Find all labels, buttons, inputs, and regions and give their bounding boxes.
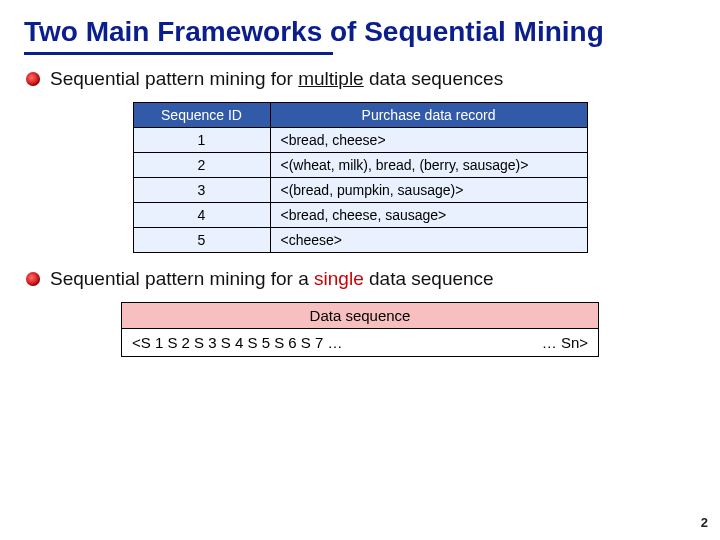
cell-rec: <bread, cheese, sausage>: [270, 202, 587, 227]
cell-rec: <(bread, pumpkin, sausage)>: [270, 177, 587, 202]
sequence-table: Sequence ID Purchase data record 1 <brea…: [133, 102, 588, 253]
cell-rec: <(wheat, milk), bread, (berry, sausage)>: [270, 152, 587, 177]
cell-rec: <cheese>: [270, 227, 587, 252]
table2-cell-right: … Sn>: [542, 334, 588, 351]
bullet-1-prefix: Sequential pattern mining for: [50, 68, 298, 89]
table1-head-id: Sequence ID: [133, 102, 270, 127]
table-row: <S 1 S 2 S 3 S 4 S 5 S 6 S 7 … … Sn>: [122, 328, 599, 356]
table-row: 4 <bread, cheese, sausage>: [133, 202, 587, 227]
cell-id: 3: [133, 177, 270, 202]
bullet-1: Sequential pattern mining for multiple d…: [24, 67, 696, 92]
table-row: 5 <cheese>: [133, 227, 587, 252]
title-underline: [24, 52, 333, 55]
bullet-2-text: Sequential pattern mining for a single d…: [50, 267, 494, 292]
table2-cell-left: <S 1 S 2 S 3 S 4 S 5 S 6 S 7 …: [132, 334, 343, 351]
table1-head-rec: Purchase data record: [270, 102, 587, 127]
bullet-dot-icon: [26, 72, 40, 86]
table-row: 2 <(wheat, milk), bread, (berry, sausage…: [133, 152, 587, 177]
bullet-dot-icon: [26, 272, 40, 286]
cell-rec: <bread, cheese>: [270, 127, 587, 152]
bullet-2-prefix: Sequential pattern mining for a: [50, 268, 314, 289]
cell-id: 2: [133, 152, 270, 177]
table2-head: Data sequence: [122, 302, 599, 328]
slide-title: Two Main Frameworks of Sequential Mining: [24, 16, 696, 48]
bullet-2: Sequential pattern mining for a single d…: [24, 267, 696, 292]
page-number: 2: [701, 515, 708, 530]
bullet-1-accent: multiple: [298, 68, 363, 89]
cell-id: 4: [133, 202, 270, 227]
bullet-1-suffix: data sequences: [364, 68, 503, 89]
cell-id: 1: [133, 127, 270, 152]
table-row: 3 <(bread, pumpkin, sausage)>: [133, 177, 587, 202]
bullet-2-suffix: data sequence: [364, 268, 494, 289]
single-sequence-table: Data sequence <S 1 S 2 S 3 S 4 S 5 S 6 S…: [121, 302, 599, 357]
cell-id: 5: [133, 227, 270, 252]
bullet-2-accent: single: [314, 268, 364, 289]
table2-cell: <S 1 S 2 S 3 S 4 S 5 S 6 S 7 … … Sn>: [122, 328, 599, 356]
table-row: 1 <bread, cheese>: [133, 127, 587, 152]
bullet-1-text: Sequential pattern mining for multiple d…: [50, 67, 503, 92]
